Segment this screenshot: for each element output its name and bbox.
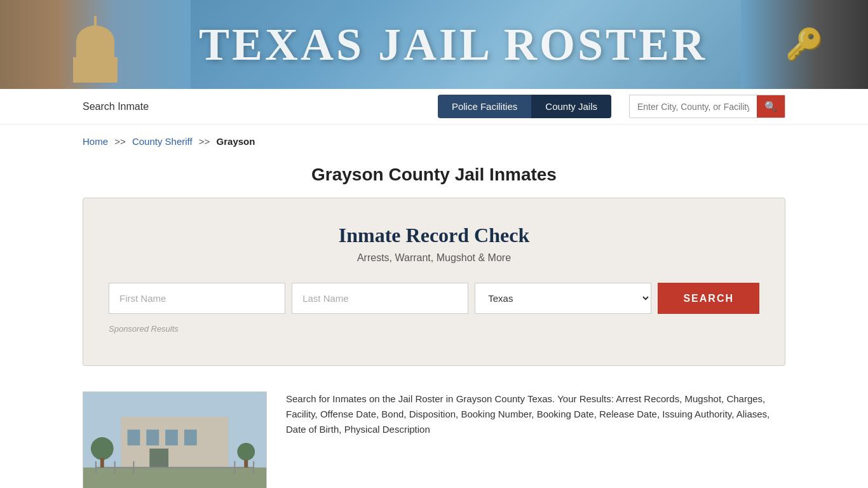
- facility-search-wrapper: 🔍: [629, 95, 785, 118]
- record-check-form: AlabamaAlaskaArizonaArkansasCaliforniaCo…: [109, 283, 759, 314]
- svg-rect-7: [149, 449, 168, 468]
- svg-rect-5: [165, 430, 178, 445]
- bottom-description: Search for Inmates on the Jail Roster in…: [286, 391, 785, 437]
- last-name-input[interactable]: [292, 283, 468, 314]
- header-banner: Texas Jail Roster 🔑: [0, 0, 868, 89]
- page-title: Grayson County Jail Inmates: [0, 165, 868, 185]
- sponsored-results-label: Sponsored Results: [109, 324, 759, 334]
- police-facilities-button[interactable]: Police Facilities: [438, 95, 531, 118]
- jail-keys-icon: 🔑: [785, 27, 824, 62]
- facility-search-button[interactable]: 🔍: [757, 95, 785, 118]
- capitol-image: [0, 0, 191, 89]
- building-svg: [83, 391, 266, 488]
- breadcrumb-separator-2: >>: [199, 136, 210, 147]
- breadcrumb-county-sheriff[interactable]: County Sheriff: [132, 136, 193, 147]
- search-icon: 🔍: [764, 100, 777, 112]
- svg-rect-1: [83, 468, 266, 488]
- svg-point-16: [237, 443, 255, 461]
- state-select[interactable]: AlabamaAlaskaArizonaArkansasCaliforniaCo…: [475, 283, 651, 314]
- svg-rect-17: [244, 460, 248, 468]
- first-name-input[interactable]: [109, 283, 285, 314]
- breadcrumb-current: Grayson: [217, 136, 255, 147]
- site-title: Texas Jail Roster: [199, 18, 707, 71]
- breadcrumb-home[interactable]: Home: [83, 136, 108, 147]
- bottom-section: Search for Inmates on the Jail Roster in…: [0, 379, 868, 488]
- record-check-subtitle: Arrests, Warrant, Mugshot & More: [109, 252, 759, 264]
- record-check-title: Inmate Record Check: [109, 224, 759, 247]
- svg-rect-6: [184, 430, 197, 445]
- svg-point-14: [91, 437, 114, 460]
- breadcrumb: Home >> County Sheriff >> Grayson: [0, 125, 868, 158]
- svg-rect-15: [100, 458, 104, 468]
- page-title-section: Grayson County Jail Inmates: [0, 158, 868, 198]
- record-search-button[interactable]: SEARCH: [658, 283, 759, 314]
- facility-search-input[interactable]: [630, 97, 757, 117]
- nav-buttons: Police Facilities County Jails: [438, 95, 611, 118]
- search-inmate-label: Search Inmate: [83, 101, 425, 112]
- facility-image: [83, 391, 267, 488]
- county-jails-button[interactable]: County Jails: [531, 95, 611, 118]
- svg-rect-3: [128, 430, 140, 445]
- capitol-dome: [70, 25, 121, 89]
- svg-rect-4: [146, 430, 159, 445]
- banner-right: 🔑: [741, 0, 868, 89]
- breadcrumb-separator-1: >>: [114, 136, 126, 147]
- navbar: Search Inmate Police Facilities County J…: [0, 89, 868, 125]
- record-check-box: Inmate Record Check Arrests, Warrant, Mu…: [83, 198, 785, 366]
